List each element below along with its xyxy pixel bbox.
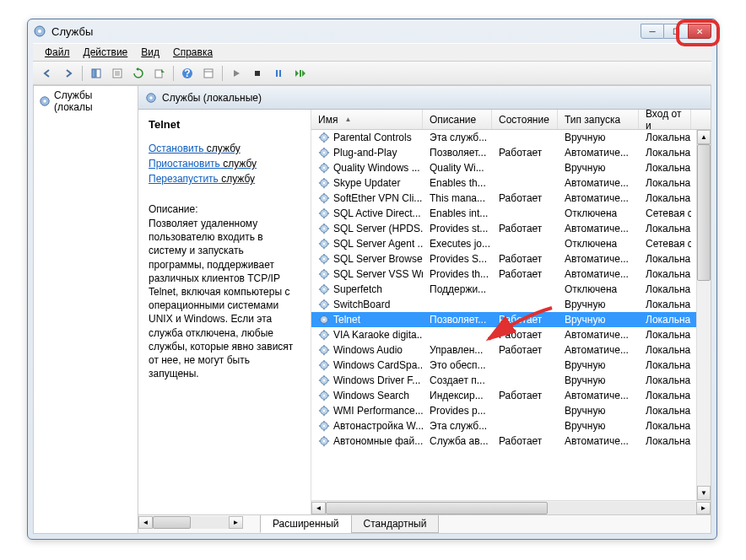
cell-startup: Автоматиче... bbox=[558, 389, 639, 402]
menu-action[interactable]: Действие bbox=[77, 45, 135, 60]
service-gear-icon bbox=[318, 435, 330, 447]
service-row[interactable]: WMI Performance...Provides p...ВручнуюЛо… bbox=[311, 403, 711, 418]
cell-logon: Локальна bbox=[639, 222, 691, 235]
cell-logon: Локальна bbox=[639, 191, 691, 205]
service-row[interactable]: SwitchBoardВручнуюЛокальна bbox=[311, 297, 711, 312]
titlebar[interactable]: Службы ─ ☐ ✕ bbox=[28, 19, 716, 43]
tab-standard[interactable]: Стандартный bbox=[351, 515, 440, 533]
service-row[interactable]: SQL Active Direct...Enables int...Отключ… bbox=[311, 206, 711, 221]
service-row[interactable]: TelnetПозволяет...РаботаетВручнуюЛокальн… bbox=[311, 312, 711, 327]
help-button[interactable]: ? bbox=[178, 64, 197, 83]
cell-state: Работает bbox=[492, 222, 558, 235]
cell-logon: Локальна bbox=[639, 176, 691, 190]
service-row[interactable]: Автономные фай...Служба ав...РаботаетАвт… bbox=[311, 433, 711, 449]
scroll-track[interactable] bbox=[697, 144, 711, 486]
service-gear-icon bbox=[318, 223, 330, 234]
service-row[interactable]: SQL Server (HPDS...Provides st...Работае… bbox=[311, 221, 711, 236]
pause-service-button[interactable] bbox=[269, 64, 288, 83]
stop-link[interactable]: Остановить службу bbox=[149, 141, 300, 156]
svg-rect-3 bbox=[96, 69, 100, 78]
svg-rect-2 bbox=[92, 69, 95, 78]
service-gear-icon bbox=[318, 359, 330, 371]
service-row[interactable]: Windows SearchИндексир...РаботаетАвтомат… bbox=[311, 388, 711, 403]
service-row[interactable]: Quality Windows ...Quality Wi...ВручнуюЛ… bbox=[311, 160, 711, 175]
scroll-track[interactable] bbox=[153, 516, 229, 529]
scroll-left-button[interactable]: ◄ bbox=[138, 516, 153, 529]
tree-pane[interactable]: Службы (локалы bbox=[34, 86, 138, 533]
list-button[interactable] bbox=[199, 64, 218, 83]
menu-view[interactable]: Вид bbox=[134, 45, 166, 60]
service-row[interactable]: Windows AudioУправлен...РаботаетАвтомати… bbox=[311, 342, 711, 358]
cell-description: Позволяет... bbox=[423, 313, 492, 326]
scroll-thumb[interactable] bbox=[326, 502, 548, 514]
window-title: Службы bbox=[51, 25, 641, 38]
service-row[interactable]: Windows Driver F...Создает п...ВручнуюЛо… bbox=[311, 373, 711, 388]
stop-service-button[interactable] bbox=[248, 64, 267, 83]
service-row[interactable]: Windows CardSpa...Это обесп...ВручнуюЛок… bbox=[311, 358, 711, 373]
menu-file[interactable]: Файл bbox=[38, 45, 77, 60]
scroll-left-button[interactable]: ◄ bbox=[311, 502, 326, 514]
cell-name: Plug-and-Play bbox=[311, 146, 423, 159]
service-row[interactable]: SQL Server BrowserProvides S...РаботаетА… bbox=[311, 251, 711, 267]
service-row[interactable]: Parental ControlsЭта служб...ВручнуюЛока… bbox=[311, 130, 711, 145]
service-gear-icon bbox=[318, 314, 330, 326]
svg-rect-8 bbox=[155, 70, 162, 78]
cell-description: Quality Wi... bbox=[423, 161, 492, 175]
forward-button[interactable] bbox=[59, 64, 78, 83]
scroll-up-button[interactable]: ▲ bbox=[697, 130, 711, 144]
column-name[interactable]: Имя bbox=[311, 110, 423, 129]
service-gear-icon bbox=[318, 253, 330, 265]
scroll-right-button[interactable]: ► bbox=[229, 516, 243, 529]
show-hide-tree-button[interactable] bbox=[87, 64, 105, 83]
column-state[interactable]: Состояние bbox=[492, 110, 558, 129]
service-row[interactable]: SQL Server Agent ...Executes jo...Отключ… bbox=[311, 236, 711, 251]
back-button[interactable] bbox=[38, 64, 57, 83]
svg-rect-15 bbox=[279, 70, 281, 77]
scroll-thumb[interactable] bbox=[153, 516, 191, 529]
cell-description: Управлен... bbox=[423, 343, 492, 357]
list-body[interactable]: Parental ControlsЭта служб...ВручнуюЛока… bbox=[311, 130, 711, 500]
pause-link[interactable]: Приостановить службу bbox=[149, 156, 300, 171]
column-description[interactable]: Описание bbox=[423, 110, 492, 129]
scroll-down-button[interactable]: ▼ bbox=[697, 486, 711, 500]
cell-name: VIA Karaoke digita... bbox=[311, 328, 423, 342]
service-row[interactable]: SoftEther VPN Cli...This mana...Работает… bbox=[311, 191, 711, 206]
scroll-track[interactable] bbox=[326, 502, 696, 514]
cell-description: This mana... bbox=[423, 191, 492, 205]
left-pane-hscroll[interactable]: ◄ ► bbox=[138, 515, 243, 530]
tree-root-label: Службы (локалы bbox=[54, 89, 132, 113]
tab-extended[interactable]: Расширенный bbox=[260, 515, 352, 533]
vertical-scrollbar[interactable]: ▲ ▼ bbox=[696, 130, 711, 500]
minimize-button[interactable]: ─ bbox=[641, 24, 664, 39]
service-row[interactable]: VIA Karaoke digita...РаботаетАвтоматиче.… bbox=[311, 327, 711, 342]
service-row[interactable]: Plug-and-PlayПозволяет...РаботаетАвтомат… bbox=[311, 145, 711, 160]
service-row[interactable]: Skype UpdaterEnables th...Автоматиче...Л… bbox=[311, 175, 711, 191]
menu-help[interactable]: Справка bbox=[166, 45, 219, 60]
cell-startup: Вручную bbox=[558, 419, 639, 433]
refresh-button[interactable] bbox=[129, 64, 148, 83]
cell-state: Работает bbox=[492, 252, 558, 266]
restart-service-button[interactable] bbox=[290, 64, 309, 83]
cell-logon: Локальна bbox=[639, 328, 691, 342]
restart-link[interactable]: Перезапустить службу bbox=[149, 171, 300, 186]
start-service-button[interactable] bbox=[227, 64, 246, 83]
selected-service-name: Telnet bbox=[149, 118, 300, 131]
export-button[interactable] bbox=[150, 64, 169, 83]
svg-point-40 bbox=[323, 182, 326, 185]
service-gear-icon bbox=[318, 390, 330, 401]
maximize-button[interactable]: ☐ bbox=[664, 24, 688, 39]
cell-name: Parental Controls bbox=[311, 131, 423, 144]
service-row[interactable]: SuperfetchПоддержи...ОтключенаЛокальна bbox=[311, 282, 711, 297]
properties-button[interactable] bbox=[108, 64, 127, 83]
scroll-thumb[interactable] bbox=[697, 144, 711, 281]
service-row[interactable]: SQL Server VSS Wr...Provides th...Работа… bbox=[311, 267, 711, 282]
scroll-right-button[interactable]: ► bbox=[696, 502, 711, 514]
tree-root-item[interactable]: Службы (локалы bbox=[34, 86, 138, 116]
close-button[interactable]: ✕ bbox=[688, 24, 711, 39]
horizontal-scrollbar[interactable]: ◄ ► bbox=[311, 500, 711, 514]
column-logon[interactable]: Вход от и bbox=[639, 110, 691, 129]
description-label: Описание: bbox=[149, 203, 300, 215]
toolbar: ? bbox=[33, 62, 711, 85]
column-startup[interactable]: Тип запуска bbox=[558, 110, 639, 129]
service-row[interactable]: Автонастройка W...Эта служб...ВручнуюЛок… bbox=[311, 418, 711, 433]
